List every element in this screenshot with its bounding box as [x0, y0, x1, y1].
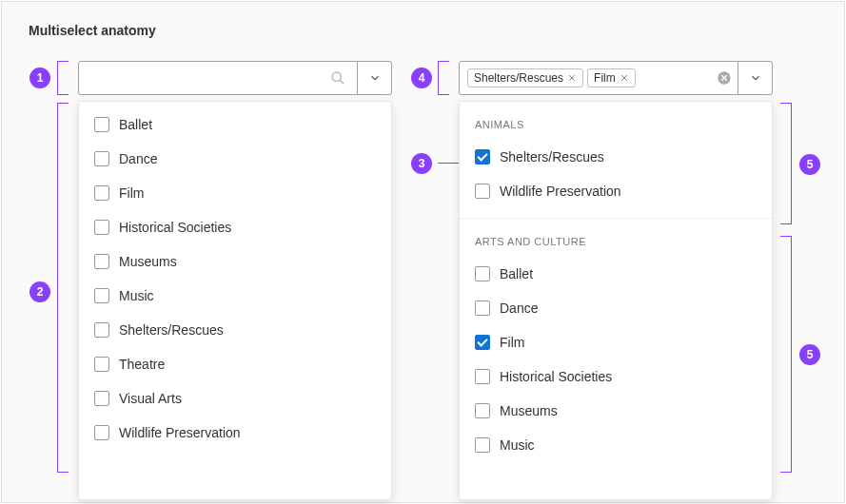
option-row[interactable]: Ballet: [79, 107, 391, 142]
option-row[interactable]: Wildlife Preservation: [460, 174, 772, 208]
option-row[interactable]: Dance: [79, 142, 391, 176]
option-row[interactable]: Historical Societies: [79, 210, 391, 244]
option-row[interactable]: Museums: [79, 244, 391, 279]
option-label: Film: [119, 185, 144, 201]
option-row[interactable]: Historical Societies: [460, 359, 772, 394]
checkbox[interactable]: [94, 117, 109, 132]
checkbox[interactable]: [94, 220, 109, 235]
options-panel-grouped: ANIMALSShelters/RescuesWildlife Preserva…: [459, 101, 773, 500]
option-label: Shelters/Rescues: [500, 149, 604, 165]
option-label: Ballet: [119, 117, 152, 132]
anatomy-badge-3: 3: [411, 153, 432, 174]
option-label: Visual Arts: [119, 391, 182, 406]
checkbox[interactable]: [94, 288, 109, 303]
svg-line-1: [340, 80, 344, 84]
options-panel-flat: BalletDanceFilmHistorical SocietiesMuseu…: [78, 101, 392, 500]
checkbox[interactable]: [475, 403, 490, 418]
clear-icon: [717, 70, 732, 86]
anatomy-badge-5b: 5: [799, 344, 820, 365]
dropdown-toggle[interactable]: [357, 62, 391, 94]
checkbox[interactable]: [94, 425, 109, 440]
chip-label: Shelters/Rescues: [474, 71, 563, 85]
selected-chip[interactable]: Shelters/Rescues: [467, 68, 583, 87]
checkbox[interactable]: [94, 151, 109, 166]
option-label: Music: [500, 437, 535, 453]
option-row[interactable]: Theatre: [79, 347, 391, 381]
option-row[interactable]: Ballet: [460, 257, 772, 291]
multiselect-input-empty[interactable]: [78, 61, 392, 95]
option-row[interactable]: Museums: [460, 394, 772, 428]
option-label: Museums: [119, 254, 177, 269]
option-label: Historical Societies: [119, 220, 231, 235]
chips-container[interactable]: Shelters/RescuesFilm: [460, 62, 717, 94]
option-row[interactable]: Shelters/Rescues: [460, 140, 772, 174]
group-header: ANIMALS: [460, 102, 772, 140]
option-row[interactable]: Shelters/Rescues: [79, 313, 391, 347]
checkbox[interactable]: [94, 322, 109, 338]
svg-point-0: [332, 72, 341, 81]
checkbox[interactable]: [475, 369, 490, 384]
close-icon[interactable]: [567, 73, 577, 83]
clear-all-button[interactable]: [717, 62, 732, 94]
checkbox[interactable]: [475, 300, 490, 316]
checkbox[interactable]: [475, 266, 490, 281]
anatomy-badge-1: 1: [30, 68, 50, 88]
checkbox[interactable]: [475, 184, 490, 199]
anatomy-badge-5a: 5: [799, 154, 820, 175]
option-row[interactable]: Visual Arts: [79, 381, 391, 416]
checkbox[interactable]: [475, 149, 490, 165]
close-icon[interactable]: [620, 73, 629, 83]
diagram-title: Multiselect anatomy: [29, 23, 156, 38]
option-label: Wildlife Preservation: [119, 425, 241, 440]
anatomy-badge-2: 2: [30, 281, 50, 302]
anatomy-badge-4: 4: [411, 68, 432, 88]
option-label: Historical Societies: [500, 369, 612, 384]
option-label: Shelters/Rescues: [119, 322, 224, 338]
option-label: Film: [500, 335, 524, 350]
multiselect-input-with-chips[interactable]: Shelters/RescuesFilm: [459, 61, 773, 95]
option-row[interactable]: Film: [460, 325, 772, 359]
option-row[interactable]: Dance: [460, 291, 772, 325]
option-row[interactable]: Music: [460, 428, 772, 462]
chip-label: Film: [594, 71, 616, 85]
option-label: Music: [119, 288, 154, 303]
checkbox[interactable]: [94, 357, 109, 372]
checkbox[interactable]: [94, 254, 109, 269]
option-label: Dance: [500, 300, 538, 316]
option-label: Wildlife Preservation: [500, 184, 621, 199]
chevron-down-icon: [749, 71, 762, 85]
checkbox[interactable]: [94, 185, 109, 201]
option-label: Dance: [119, 151, 157, 166]
checkbox[interactable]: [475, 437, 490, 453]
checkbox[interactable]: [94, 391, 109, 406]
option-row[interactable]: Music: [79, 279, 391, 313]
search-icon: [330, 70, 345, 86]
option-label: Theatre: [119, 357, 165, 372]
selected-chip[interactable]: Film: [587, 68, 636, 87]
option-label: Museums: [500, 403, 558, 418]
chevron-down-icon: [368, 71, 382, 85]
dropdown-toggle[interactable]: [738, 62, 772, 94]
option-label: Ballet: [500, 266, 533, 281]
group-header: ARTS AND CULTURE: [460, 219, 772, 257]
option-row[interactable]: Film: [79, 176, 391, 210]
search-input-area[interactable]: [79, 62, 357, 94]
checkbox[interactable]: [475, 335, 490, 350]
option-row[interactable]: Wildlife Preservation: [79, 416, 391, 450]
